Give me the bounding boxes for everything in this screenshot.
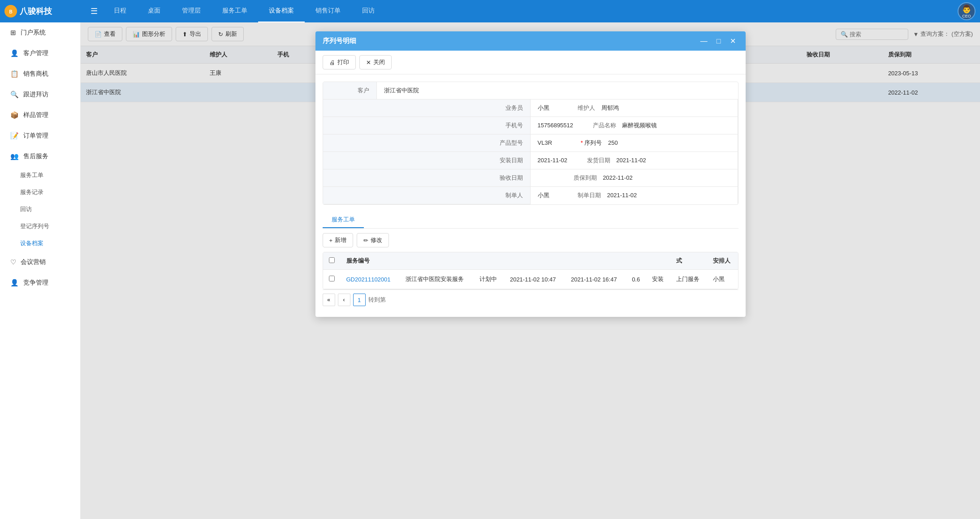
logo-text: 八骏科技 (20, 6, 52, 17)
customer-label: 客户 (323, 82, 377, 99)
modal-close-action-button[interactable]: ✕ 关闭 (359, 55, 392, 69)
first-page-button[interactable]: « (323, 294, 335, 306)
cell-hours: 0.6 (626, 270, 647, 289)
followup-icon: 🔍 (10, 91, 19, 99)
product-name-value-inline: 麻醉视频喉镜 (622, 122, 657, 129)
print-icon: 🖨 (329, 59, 335, 66)
sidebar-item-portal[interactable]: ⊞ 门户系统 (0, 22, 80, 43)
maintainer-value-inline: 周郁鸿 (601, 104, 619, 111)
col-date1 (505, 252, 566, 270)
detail-form: 客户 浙江省中医院 业务员 小黑 维护人 周郁鸿 手机号 (323, 82, 738, 205)
sidebar-item-samples[interactable]: 📦 样品管理 (0, 105, 80, 125)
current-page: 1 (353, 294, 366, 306)
add-icon: + (329, 237, 333, 244)
sidebar-item-orders[interactable]: 📝 订单管理 (0, 125, 80, 146)
nav-item-desktop[interactable]: 桌面 (137, 0, 171, 22)
nav-item-management[interactable]: 管理层 (171, 0, 212, 22)
modal-overlay: 序列号明细 — □ ✕ 🖨 打印 ✕ 关闭 (81, 22, 980, 519)
service-no-link[interactable]: GD20211102001 (346, 276, 391, 283)
sidebar-item-followup-label: 跟进拜访 (23, 91, 48, 99)
ship-date-label-inline: 发货日期 (587, 157, 610, 164)
inner-table-row[interactable]: GD20211102001 浙江省中医院安装服务 计划中 2021-11-02 … (323, 270, 738, 289)
top-nav: B 八骏科技 ☰ 日程 桌面 管理层 服务工单 设备档案 销售订单 回访 👨 C… (0, 0, 980, 22)
modal-restore-button[interactable]: □ (714, 36, 724, 46)
modal-controls: — □ ✕ (698, 36, 738, 46)
modal-minimize-button[interactable]: — (698, 36, 710, 46)
edit-icon: ✏ (363, 237, 368, 244)
nav-item-sales[interactable]: 销售订单 (305, 0, 351, 22)
col-checkbox (323, 252, 341, 270)
add-button[interactable]: + 新增 (323, 233, 354, 247)
hamburger-button[interactable]: ☰ (85, 6, 103, 16)
avatar[interactable]: 👨 CEO (958, 2, 976, 20)
serial-detail-modal: 序列号明细 — □ ✕ 🖨 打印 ✕ 关闭 (315, 31, 746, 317)
cell-assignee: 小黑 (708, 270, 738, 289)
pagination: « ‹ 1 转到第 (323, 290, 738, 310)
nav-item-schedule[interactable]: 日程 (103, 0, 137, 22)
select-all-checkbox[interactable] (329, 257, 335, 263)
svg-text:B: B (9, 9, 12, 14)
sidebar-sub-workorder[interactable]: 服务工单 (0, 167, 80, 184)
portal-icon: ⊞ (10, 29, 16, 37)
phone-label: 手机号 (323, 117, 531, 134)
tab-workorder[interactable]: 服务工单 (323, 212, 364, 228)
install-date-label: 安装日期 (323, 152, 531, 169)
modal-tabs: 服务工单 (323, 212, 738, 229)
modal-header: 序列号明细 — □ ✕ (315, 31, 746, 51)
serial-no-label-inline: * 序列号 (581, 139, 604, 146)
col-service-status (474, 252, 505, 270)
sidebar-sub-service-record[interactable]: 服务记录 (0, 184, 80, 201)
close-icon: ✕ (366, 59, 371, 66)
print-button[interactable]: 🖨 打印 (323, 55, 356, 69)
col-mode: 式 (671, 252, 708, 270)
nav-item-revisit[interactable]: 回访 (351, 0, 385, 22)
col-date2 (566, 252, 626, 270)
sidebar-item-meeting[interactable]: ♡ 会议营销 (0, 252, 80, 272)
warranty-date-label-inline: 质保到期 (574, 174, 597, 181)
serial-no-value-inline: 250 (608, 139, 618, 146)
modal-close-button[interactable]: ✕ (727, 36, 738, 46)
maker-row: 小黑 制单日期 2021-11-02 (531, 187, 738, 204)
sidebar-item-samples-label: 样品管理 (23, 111, 48, 119)
product-model-label: 产品型号 (323, 134, 531, 152)
modal-toolbar: 🖨 打印 ✕ 关闭 (315, 51, 746, 74)
sidebar-item-competition[interactable]: 👤 竞争管理 (0, 272, 80, 293)
edit-button[interactable]: ✏ 修改 (357, 233, 389, 247)
col-service-desc (400, 252, 475, 270)
competition-icon: 👤 (10, 279, 19, 287)
sidebar-sub-equipment[interactable]: 设备档案 (0, 235, 80, 252)
content-area: 📄 查看 📊 图形分析 ⬆ 导出 ↻ 刷新 🔍 ▼ (81, 22, 980, 519)
sidebar-item-sales-opportunity[interactable]: 📋 销售商机 (0, 64, 80, 84)
customer-icon: 👤 (10, 49, 19, 57)
accept-date-row: 质保到期 2022-11-02 (531, 169, 738, 187)
row-checkbox-cell (323, 270, 341, 289)
sidebar-item-portal-label: 门户系统 (21, 29, 46, 37)
install-date-row: 2021-11-02 发货日期 2021-11-02 (531, 152, 738, 169)
customer-value: 浙江省中医院 (377, 82, 738, 99)
sidebar-item-aftersales[interactable]: 👥 售后服务 (0, 146, 80, 167)
sidebar-item-customer[interactable]: 👤 客户管理 (0, 43, 80, 64)
main-layout: ⊞ 门户系统 👤 客户管理 📋 销售商机 🔍 跟进拜访 📦 样品管理 📝 订单管… (0, 22, 980, 519)
maker-label: 制单人 (323, 187, 531, 204)
sidebar-sub-revisit[interactable]: 回访 (0, 201, 80, 218)
phone-row: 15756895512 产品名称 麻醉视频喉镜 (531, 117, 738, 134)
row-checkbox[interactable] (329, 276, 335, 281)
aftersales-icon: 👥 (10, 152, 19, 160)
col-service-no: 服务编号 (341, 252, 400, 270)
sidebar-item-customer-label: 客户管理 (23, 49, 48, 57)
samples-icon: 📦 (10, 111, 19, 119)
sidebar-sub-register-serial[interactable]: 登记序列号 (0, 218, 80, 235)
sidebar-item-followup[interactable]: 🔍 跟进拜访 (0, 84, 80, 105)
nav-item-equipment[interactable]: 设备档案 (258, 0, 305, 22)
nav-items: 日程 桌面 管理层 服务工单 设备档案 销售订单 回访 (103, 0, 958, 22)
col-type (647, 252, 671, 270)
inner-toolbar: + 新增 ✏ 修改 (323, 229, 738, 252)
cell-service-desc: 浙江省中医院安装服务 (400, 270, 475, 289)
cell-service-status: 计划中 (474, 270, 505, 289)
warranty-date-value-inline: 2022-11-02 (603, 174, 633, 181)
form-customer-row: 客户 浙江省中医院 (323, 82, 738, 99)
nav-item-workorder[interactable]: 服务工单 (212, 0, 258, 22)
salesperson-label: 业务员 (323, 99, 531, 117)
prev-page-button[interactable]: ‹ (338, 294, 350, 306)
meeting-icon: ♡ (10, 258, 16, 266)
